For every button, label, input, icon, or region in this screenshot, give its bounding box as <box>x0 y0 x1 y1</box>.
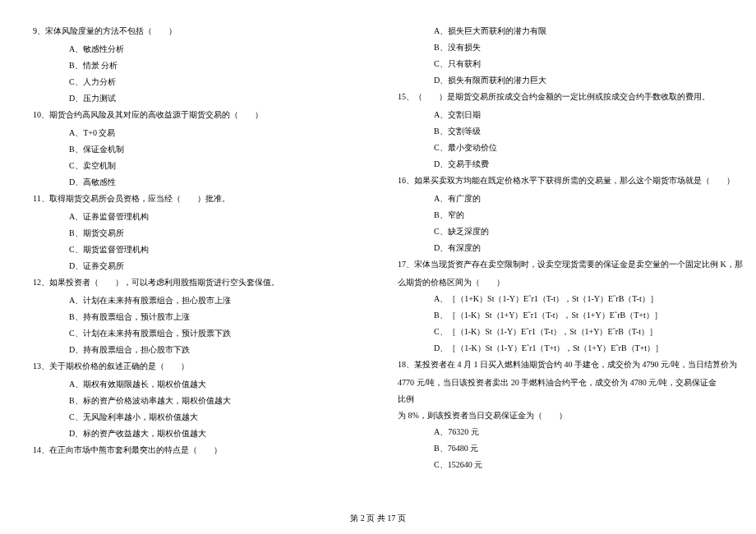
option-text: A、损失巨大而获利的潜力有限 <box>398 23 723 39</box>
page-footer: 第 2 页 共 17 页 <box>0 513 756 524</box>
option-text: D、有深度的 <box>398 240 723 256</box>
option-text: D、压力测试 <box>33 90 358 107</box>
two-column-layout: 9、宋体风险度量的方法不包括（ ）A、敏感性分析B、情景 分析C、人力分析D、压… <box>33 23 723 473</box>
option-text: A、T+0 交易 <box>33 125 358 141</box>
option-text: C、只有获利 <box>398 56 723 72</box>
left-column: 9、宋体风险度量的方法不包括（ ）A、敏感性分析B、情景 分析C、人力分析D、压… <box>33 23 358 473</box>
option-text: A、期权有效期限越长，期权价值越大 <box>33 376 358 393</box>
question-text: 9、宋体风险度量的方法不包括（ ） <box>33 23 358 39</box>
option-text: D、持有股票组合，担心股市下跌 <box>33 342 358 358</box>
option-text: B、窄的 <box>398 207 723 223</box>
continuation-text: 么期货的价格区间为（ ） <box>398 274 723 291</box>
option-text: A、敏感性分析 <box>33 41 358 58</box>
option-text: C、计划在未来持有股票组合，预计股票下跌 <box>33 325 358 342</box>
question-text: 11、取得期货交易所会员资格，应当经（ ）批准。 <box>33 191 358 207</box>
option-text: D、交易手续费 <box>398 156 723 173</box>
option-text: B、保证金机制 <box>33 141 358 158</box>
question-text: 17、宋体当现货资产存在卖空限制时，设卖空现货需要的保证金是卖空量的一个固定比例… <box>398 256 723 273</box>
option-text: D、损失有限而获利的潜力巨大 <box>398 72 723 89</box>
option-text: A、［（1+K）St（1-Y）Eˆr1（T-t），St（1-Y）EˆrB（T-t… <box>398 291 723 307</box>
option-text: B、［（1-K）St（1+Y）Eˆr1（T-t），St（1+Y）EˆrB（T+t… <box>398 307 723 324</box>
question-text: 15、（ ）是期货交易所按成交合约金额的一定比例或按成交合约手数收取的费用。 <box>398 89 723 105</box>
option-text: A、计划在未来持有股票组合，担心股市上涨 <box>33 292 358 309</box>
option-text: C、卖空机制 <box>33 158 358 174</box>
option-text: D、证券交易所 <box>33 258 358 274</box>
option-text: D、高敏感性 <box>33 174 358 191</box>
option-text: C、152640 元 <box>398 457 723 473</box>
option-text: C、人力分析 <box>33 74 358 90</box>
option-text: B、标的资产价格波动率越大，期权价值越大 <box>33 393 358 409</box>
question-text: 18、某投资者在 4 月 1 日买入燃料油期货合约 40 手建仓，成交价为 47… <box>398 357 723 373</box>
option-text: C、期货监督管理机构 <box>33 242 358 258</box>
question-text: 14、在正向市场中熊市套利最突出的特点是（ ） <box>33 442 358 458</box>
option-text: B、没有损失 <box>398 39 723 56</box>
question-text: 16、如果买卖双方均能在既定价格水平下获得所需的交易量，那么这个期货市场就是（ … <box>398 173 723 189</box>
option-text: D、［（1-K）St（1-Y）Eˆr1（T+t），St（1+Y）EˆrB（T+t… <box>398 340 723 357</box>
option-text: B、交割等级 <box>398 123 723 140</box>
question-text: 12、如果投资者（ ），可以考虑利用股指期货进行空头套保值。 <box>33 274 358 291</box>
option-text: B、期货交易所 <box>33 225 358 242</box>
option-text: B、情景 分析 <box>33 58 358 74</box>
option-text: D、标的资产收益越大，期权价值越大 <box>33 426 358 442</box>
option-text: C、缺乏深度的 <box>398 223 723 240</box>
option-text: A、有广度的 <box>398 191 723 207</box>
option-text: B、76480 元 <box>398 440 723 457</box>
continuation-text: 4770 元/吨，当日该投资者卖出 20 手燃料油合约平仓，成交价为 4780 … <box>398 375 723 407</box>
option-text: A、证券监督管理机构 <box>33 209 358 225</box>
option-text: B、持有股票组合，预计股市上涨 <box>33 309 358 325</box>
option-text: C、［（1-K）St（1-Y）Eˆr1（T-t），St（1+Y）EˆrB（T-t… <box>398 324 723 340</box>
question-text: 10、期货合约高风险及其对应的高收益源于期货交易的（ ） <box>33 107 358 123</box>
option-text: A、交割日期 <box>398 107 723 123</box>
continuation-text: 为 8%，则该投资者当日交易保证金为（ ） <box>398 407 723 424</box>
right-column: A、损失巨大而获利的潜力有限B、没有损失C、只有获利D、损失有限而获利的潜力巨大… <box>398 23 723 473</box>
question-text: 13、关于期权价格的叙述正确的是（ ） <box>33 358 358 375</box>
option-text: A、76320 元 <box>398 424 723 440</box>
option-text: C、最小变动价位 <box>398 140 723 156</box>
option-text: C、无风险利率越小，期权价值越大 <box>33 409 358 426</box>
